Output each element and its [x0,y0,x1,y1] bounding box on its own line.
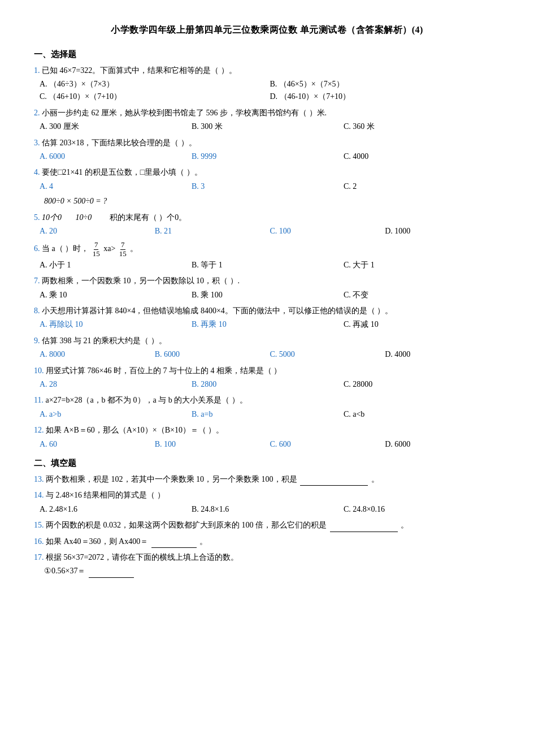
q8-num: 8. [34,306,40,315]
q4-math: 800÷0 × 500÷0 = ? [44,195,500,208]
q4-math-text: 800÷0 × 500÷0 = ? [44,197,107,205]
q11-options: A. a>b B. a=b C. a<b [40,408,500,421]
q13-num: 13. [34,475,44,483]
q15-suffix: 。 [401,521,409,529]
question-7: 7. 两数相乘，一个因数乘 10，另一个因数除以 10，积（ ）. A. 乘 1… [34,275,500,301]
q17-sub1-blank [89,577,134,578]
q2-optB: B. 300 米 [192,120,344,133]
q14-optC: C. 24.8×0.16 [344,503,496,516]
q6-frac1: 7 15 [92,241,101,258]
q1-optC: C. （46+10）×（7+10） [40,90,270,103]
q6-frac2: 7 15 [119,241,127,258]
q4-options: A. 4 B. 3 C. 2 [40,180,500,193]
question-2: 2. 小丽一步约走 62 厘米，她从学校到图书馆走了 596 步，学校离图书馆约… [34,107,500,133]
q3-optB: B. 9999 [192,150,344,163]
q11-num: 11. [34,396,44,404]
q3-options: A. 6000 B. 9999 C. 4000 [40,150,500,163]
q6-text-pre: 当 a（ ）时， [42,244,89,253]
q8-text: 小天想用计算器计算 840×4，但他错误地输成 8400×4。下面的做法中，可以… [42,306,393,315]
q6-frac1-num: 7 [94,241,99,249]
page: 小学数学四年级上册第四单元三位数乘两位数 单元测试卷（含答案解析）(4) 一、选… [0,0,534,756]
question-12: 12. 如果 A×B＝60，那么（A×10）×（B×10）＝（ ）。 A. 60… [34,424,500,451]
q14-options: A. 2.48×1.6 B. 24.8×1.6 C. 24.8×0.16 [40,503,500,516]
q11-optB: B. a=b [192,408,344,421]
q12-text: 如果 A×B＝60，那么（A×10）×（B×10）＝（ ）。 [46,426,224,434]
q6-frac2-den: 15 [119,250,127,258]
q1-optB: B. （46×5）×（7×5） [270,78,501,90]
q5-num: 5. [34,213,40,222]
q9-options: A. 8000 B. 6000 C. 5000 D. 4000 [40,348,500,361]
q11-optA: A. a>b [40,408,192,421]
q17-sub1-text: ①0.56×37＝ [44,567,85,575]
q4-text: 要使□21×41 的积是五位数，□里最小填（ ）。 [42,168,202,176]
question-6: 6. 当 a（ ）时， 7 15 xa> 7 15 。 A. 小于 1 B. 等… [34,241,500,271]
q14-optA: A. 2.48×1.6 [40,503,192,516]
q1-optD: D. （46-10）×（7+10） [270,90,501,103]
q10-options: A. 28 B. 2800 C. 28000 [40,378,500,391]
q2-optC: C. 360 米 [344,120,496,133]
q5-optA: A. 20 [40,225,155,237]
q6-xa: xa> [103,244,115,253]
q5-optB: B. 21 [155,225,270,237]
q7-optB: B. 乘 100 [192,289,344,301]
q3-optA: A. 6000 [40,150,192,163]
q2-text: 小丽一步约走 62 厘米，她从学校到图书馆走了 596 步，学校离图书馆约有（ … [42,109,327,117]
q5-options: A. 20 B. 21 C. 100 D. 1000 [40,225,500,237]
question-11: 11. a×27=b×28（a，b 都不为 0），a 与 b 的大小关系是（ ）… [34,394,500,421]
question-9: 9. 估算 398 与 21 的乘积大约是（ ）。 A. 8000 B. 600… [34,335,500,361]
question-10: 10. 用竖式计算 786×46 时，百位上的 7 与十位上的 4 相乘，结果是… [34,365,500,391]
q7-optC: C. 不变 [344,289,496,301]
q15-text: 两个因数的积是 0.032，如果这两个因数都扩大到原来的 100 倍，那么它们的… [46,521,327,529]
question-13: 13. 两个数相乘，积是 102，若其中一个乘数乘 10，另一个乘数乘 100，… [34,473,500,486]
q17-num: 17. [34,553,44,561]
q5-prefix: 10个0 [42,213,62,222]
q10-optB: B. 2800 [192,378,344,391]
q14-num: 14. [34,491,44,499]
q13-suffix: 。 [371,475,379,483]
q15-num: 15. [34,521,44,529]
q8-optB: B. 再乘 10 [192,318,344,331]
q14-optB: B. 24.8×1.6 [192,503,344,516]
q1-num: 1. [34,66,40,75]
q6-num: 6. [34,244,40,253]
q2-num: 2. [34,109,40,117]
q5-spacer [64,213,74,222]
question-14: 14. 与 2.48×16 结果相同的算式是（ ） A. 2.48×1.6 B.… [34,489,500,516]
q5-mid: 10÷0 [76,213,92,222]
q10-optC: C. 28000 [344,378,496,391]
q9-optC: C. 5000 [270,348,385,361]
q11-optC: C. a<b [344,408,496,421]
q9-text: 估算 398 与 21 的乘积大约是（ ）。 [42,336,167,345]
q12-optC: C. 600 [270,438,385,451]
q17-text: 根据 56×37=2072，请你在下面的横线上填上合适的数。 [46,553,238,561]
q12-optB: B. 100 [155,438,270,451]
q16-blank [151,547,197,548]
q8-optA: A. 再除以 10 [40,318,192,331]
q9-optA: A. 8000 [40,348,155,361]
q5-optC: C. 100 [270,225,385,237]
q10-optA: A. 28 [40,378,192,391]
q6-options: A. 小于 1 B. 等于 1 C. 大于 1 [40,259,500,271]
section2-header: 二、填空题 [34,456,500,470]
q9-optB: B. 6000 [155,348,270,361]
q4-optA: A. 4 [40,180,192,193]
q1-optA: A. （46÷3）×（7×3） [40,78,270,90]
q16-suffix: 。 [199,537,207,546]
q7-options: A. 乘 10 B. 乘 100 C. 不变 [40,289,500,301]
q7-text: 两数相乘，一个因数乘 10，另一个因数除以 10，积（ ）. [42,277,240,285]
q9-num: 9. [34,336,40,345]
q9-optD: D. 4000 [385,348,500,361]
q10-text: 用竖式计算 786×46 时，百位上的 7 与十位上的 4 相乘，结果是（ ） [46,366,281,375]
question-16: 16. 如果 Ax40＝360，则 Ax400＝ 。 [34,535,500,548]
question-4: 4. 要使□21×41 的积是五位数，□里最小填（ ）。 A. 4 B. 3 C… [34,166,500,208]
q13-blank [300,485,368,486]
q10-num: 10. [34,366,44,375]
q2-optA: A. 300 厘米 [40,120,192,133]
q15-blank [330,532,398,532]
question-3: 3. 估算 203×18，下面结果比较合理的是（ ）。 A. 6000 B. 9… [34,137,500,163]
page-title: 小学数学四年级上册第四单元三位数乘两位数 单元测试卷（含答案解析）(4) [34,23,500,37]
question-8: 8. 小天想用计算器计算 840×4，但他错误地输成 8400×4。下面的做法中… [34,305,500,331]
q3-optC: C. 4000 [344,150,496,163]
q6-optC: C. 大于 1 [344,259,496,271]
q1-options: A. （46÷3）×（7×3） B. （46×5）×（7×5） C. （46+1… [40,78,500,103]
